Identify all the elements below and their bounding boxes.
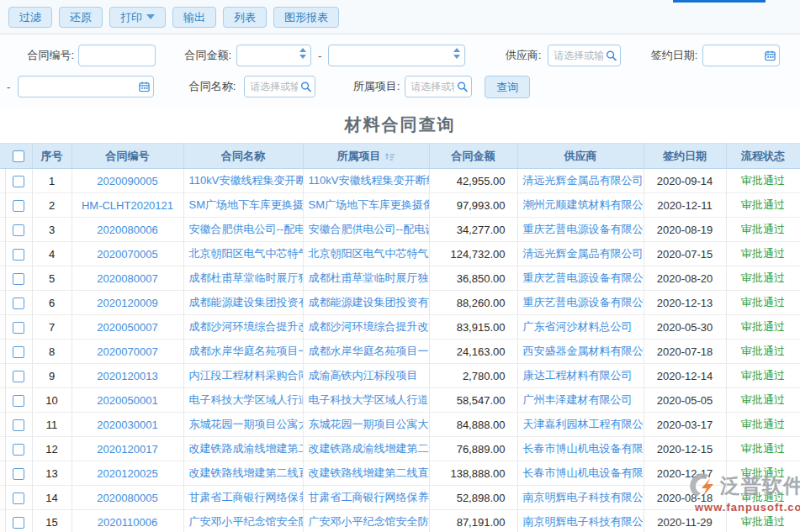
supplier-link[interactable]: 天津嘉利园林工程有限公司	[523, 418, 644, 430]
contract-no-link[interactable]: 2020110006	[98, 516, 157, 529]
contract-name-link[interactable]: 甘肃省工商银行网络保养项目	[189, 491, 304, 503]
search-icon[interactable]	[300, 82, 311, 92]
status-link[interactable]: 审批通过	[726, 340, 800, 364]
spinner-up-icon[interactable]	[299, 48, 306, 52]
project-link[interactable]: 成渝高铁内江标段项目	[309, 369, 418, 382]
row-checkbox[interactable]	[13, 346, 24, 358]
contract-no-link[interactable]: 2020050001	[97, 394, 157, 407]
status-link[interactable]: 审批通过	[726, 461, 800, 486]
contract-name-link[interactable]: 改建铁路线增建第二线直通	[189, 466, 304, 479]
row-checkbox[interactable]	[13, 224, 24, 236]
contract-no-link[interactable]: 2020050007	[97, 321, 157, 334]
search-icon[interactable]	[606, 50, 617, 61]
row-checkbox[interactable]	[13, 176, 24, 187]
project-link[interactable]: 广安邓小平纪念馆安全防范	[309, 515, 430, 528]
calendar-icon[interactable]	[139, 82, 150, 92]
supplier-link[interactable]: 广东省河沙材料总公司	[523, 320, 633, 333]
project-link[interactable]: 甘肃省工商银行网络保养项目	[309, 491, 430, 503]
contract-no-link[interactable]: 2020080005	[97, 492, 157, 504]
contract-name-link[interactable]: 东城花园一期项目公寓大楼	[189, 418, 304, 430]
contract-no-link[interactable]: 2020080007	[97, 272, 157, 285]
contract-name-link[interactable]: 成都杜甫草堂临时展厅独立	[189, 271, 304, 284]
spinner-up-icon[interactable]	[453, 48, 460, 52]
project-link[interactable]: 东城花园一期项目公寓大楼	[309, 418, 430, 430]
supplier-link[interactable]: 重庆艺普电源设备有限公司	[523, 223, 644, 235]
calendar-icon[interactable]	[765, 50, 776, 61]
supplier-link[interactable]: 长春市博山机电设备有限公司	[523, 466, 644, 479]
row-checkbox[interactable]	[13, 200, 24, 212]
row-checkbox[interactable]	[13, 419, 24, 431]
row-checkbox[interactable]	[13, 371, 24, 382]
row-checkbox[interactable]	[13, 249, 24, 261]
export-button[interactable]: 输出	[172, 7, 216, 28]
project-link[interactable]: 改建铁路线增建第二线直通	[309, 466, 430, 479]
amount-max-spinner[interactable]	[453, 48, 460, 59]
contract-name-link[interactable]: 成都沙河环境综合提升改造	[189, 320, 304, 333]
filter-button[interactable]: 过滤	[8, 7, 52, 28]
project-link[interactable]: 成都能源建设集团投资有限	[309, 296, 430, 308]
contract-no-link[interactable]: 2020070007	[97, 345, 157, 358]
project-link[interactable]: 北京朝阳区电气中芯特气系统	[309, 247, 430, 260]
amount-max-input[interactable]	[328, 45, 465, 66]
status-link[interactable]: 审批通过	[726, 315, 800, 340]
supplier-link[interactable]: 清远光辉金属品有限公司	[523, 174, 644, 187]
contract-no-link[interactable]: 2020030001	[97, 419, 157, 431]
supplier-link[interactable]: 潮州元顺建筑材料有限公司	[523, 198, 644, 211]
status-link[interactable]: 审批通过	[726, 413, 800, 437]
contract-no-link[interactable]: 2020120025	[97, 467, 157, 480]
contract-no-link[interactable]: 2020120017	[97, 443, 157, 456]
supplier-link[interactable]: 重庆艺普电源设备有限公司	[523, 296, 644, 308]
chart-report-button[interactable]: 图形报表	[273, 7, 339, 28]
col-header-project[interactable]: 所属项目	[303, 144, 429, 169]
project-link[interactable]: 电子科技大学区域人行道改	[309, 393, 430, 406]
project-link[interactable]: 成都水岸华庭名苑项目一标	[309, 345, 430, 357]
spinner-down-icon[interactable]	[453, 55, 460, 59]
contract-name-link[interactable]: 电子科技大学区域人行道改	[189, 393, 304, 406]
sort-asc-icon[interactable]	[385, 151, 395, 161]
status-link[interactable]: 审批通过	[726, 486, 800, 510]
status-link[interactable]: 审批通过	[726, 510, 800, 532]
list-view-button[interactable]: 列表	[223, 7, 267, 28]
sign-date-to-input[interactable]	[18, 76, 154, 97]
supplier-link[interactable]: 西安盛器金属材料有限公司	[523, 345, 644, 357]
row-checkbox[interactable]	[13, 322, 24, 334]
query-button[interactable]: 查询	[485, 76, 530, 98]
contract-no-link[interactable]: HM-CLHT2020121	[82, 199, 173, 212]
status-link[interactable]: 审批通过	[726, 388, 800, 413]
project-link[interactable]: 安徽合肥供电公司--配电设备	[309, 223, 430, 235]
supplier-link[interactable]: 南京明辉电子科技有限公司	[523, 491, 644, 503]
search-icon[interactable]	[457, 82, 468, 92]
status-link[interactable]: 审批通过	[726, 364, 800, 388]
contract-name-link[interactable]: 安徽合肥供电公司--配电设备	[189, 223, 304, 235]
status-link[interactable]: 审批通过	[726, 242, 800, 266]
supplier-link[interactable]: 康达工程材料有限公司	[523, 369, 633, 382]
contract-name-link[interactable]: SM广场地下车库更换摄像头	[189, 198, 304, 211]
row-checkbox[interactable]	[13, 298, 24, 309]
project-link[interactable]: 110kV安徽线程集变开断线	[309, 174, 430, 187]
row-checkbox[interactable]	[13, 444, 24, 456]
status-link[interactable]: 审批通过	[726, 218, 800, 242]
supplier-link[interactable]: 重庆艺普电源设备有限公司	[523, 271, 644, 284]
contract-name-link[interactable]: 110kV安徽线程集变开断线	[189, 174, 304, 187]
supplier-link[interactable]: 长春市博山机电设备有限公司	[523, 442, 644, 455]
row-checkbox[interactable]	[13, 273, 24, 285]
status-link[interactable]: 审批通过	[726, 266, 800, 291]
row-checkbox[interactable]	[13, 517, 24, 529]
project-link[interactable]: 成都杜甫草堂临时展厅独立	[309, 271, 430, 284]
contract-no-link[interactable]: 2020120009	[97, 297, 157, 309]
contract-no-link[interactable]: 2020090005	[97, 175, 157, 187]
contract-name-link[interactable]: 广安邓小平纪念馆安全防范	[189, 515, 304, 528]
project-link[interactable]: 成都沙河环境综合提升改造	[309, 320, 430, 333]
supplier-link[interactable]: 清远光辉金属品有限公司	[523, 247, 644, 260]
status-link[interactable]: 审批通过	[726, 193, 800, 218]
project-link[interactable]: 改建铁路成渝线增建第二线	[309, 442, 430, 455]
status-link[interactable]: 审批通过	[726, 169, 800, 193]
row-checkbox[interactable]	[13, 468, 24, 480]
contract-no-link[interactable]: 2020070005	[97, 248, 157, 261]
contract-no-link[interactable]: 2020120013	[97, 370, 157, 382]
contract-name-link[interactable]: 成都水岸华庭名苑项目一标	[189, 345, 304, 357]
contract-name-link[interactable]: 成都能源建设集团投资有限	[189, 296, 304, 308]
print-button[interactable]: 打印	[109, 7, 166, 28]
supplier-link[interactable]: 广州丰泽建材有限公司	[523, 393, 633, 406]
contract-name-link[interactable]: 北京朝阳区电气中芯特气系统	[189, 247, 304, 260]
